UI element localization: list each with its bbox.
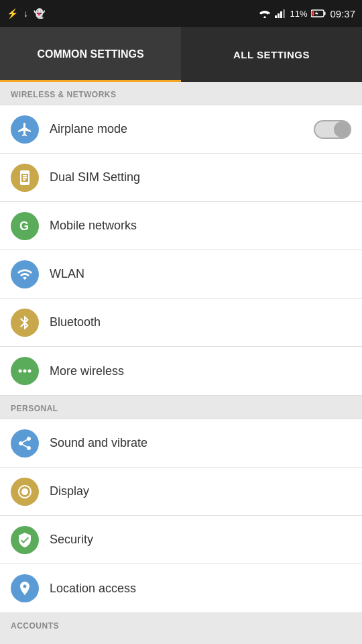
sound-vibrate-icon: [11, 429, 39, 458]
time-display: 09:37: [330, 8, 355, 19]
display-label: Display: [50, 484, 351, 498]
signal-icon: [275, 9, 286, 18]
security-item[interactable]: Security: [0, 516, 362, 564]
bluetooth-item[interactable]: Bluetooth: [0, 299, 362, 347]
status-right-icons: 11% 09:37: [259, 8, 355, 19]
status-left-icons: ⚡ ↓ 👻: [7, 8, 45, 19]
svg-rect-3: [280, 11, 282, 18]
svg-point-0: [264, 17, 266, 19]
svg-point-12: [19, 370, 22, 373]
personal-settings-list: Sound and vibrate Display Security Locat…: [0, 419, 362, 613]
usb-icon: ⚡: [7, 8, 18, 19]
sound-vibrate-item[interactable]: Sound and vibrate: [0, 419, 362, 468]
location-access-icon: [11, 574, 39, 602]
section-accounts: ACCOUNTS: [0, 613, 362, 636]
svg-rect-8: [23, 175, 27, 176]
airplane-mode-icon: [11, 115, 39, 144]
svg-point-13: [23, 370, 27, 373]
svg-point-14: [28, 370, 32, 373]
security-icon: [11, 526, 39, 554]
section-wireless: WIRELESS & NETWORKS: [0, 82, 362, 105]
wifi-icon: [259, 9, 271, 18]
more-wireless-icon: [11, 357, 39, 385]
svg-rect-4: [283, 9, 285, 18]
battery-percentage: 11%: [290, 9, 307, 19]
location-access-label: Location access: [50, 582, 351, 596]
dual-sim-icon: [11, 164, 39, 192]
more-wireless-label: More wireless: [50, 364, 351, 378]
mobile-networks-icon: G: [11, 212, 39, 240]
ghost-icon: 👻: [34, 8, 45, 19]
wlan-item[interactable]: WLAN: [0, 250, 362, 299]
svg-point-15: [23, 490, 27, 494]
more-wireless-item[interactable]: More wireless: [0, 347, 362, 395]
display-item[interactable]: Display: [0, 468, 362, 516]
sound-vibrate-label: Sound and vibrate: [50, 436, 351, 450]
svg-rect-9: [23, 177, 27, 178]
dual-sim-item[interactable]: Dual SIM Setting: [0, 154, 362, 202]
status-bar: ⚡ ↓ 👻 11% 09:37: [0, 0, 362, 27]
section-personal: PERSONAL: [0, 396, 362, 419]
tab-all-settings[interactable]: ALL SETTINGS: [181, 27, 362, 82]
svg-text:G: G: [19, 219, 29, 233]
svg-rect-7: [312, 11, 314, 16]
mobile-networks-item[interactable]: G Mobile networks: [0, 202, 362, 250]
header-tabs: COMMON SETTINGS ALL SETTINGS: [0, 27, 362, 82]
battery-icon: [311, 9, 326, 17]
airplane-mode-toggle-knob: [334, 121, 350, 138]
svg-rect-6: [324, 12, 326, 15]
tab-common-settings[interactable]: COMMON SETTINGS: [0, 27, 181, 82]
location-access-item[interactable]: Location access: [0, 564, 362, 612]
bluetooth-icon: [11, 309, 39, 337]
wireless-settings-list: Airplane mode Dual SIM Setting G Mobile …: [0, 105, 362, 396]
wlan-label: WLAN: [50, 267, 351, 281]
airplane-mode-toggle[interactable]: [314, 120, 351, 139]
svg-rect-10: [23, 179, 25, 180]
svg-rect-2: [278, 13, 280, 18]
svg-rect-1: [275, 15, 277, 18]
airplane-mode-item[interactable]: Airplane mode: [0, 105, 362, 154]
dual-sim-label: Dual SIM Setting: [50, 170, 351, 184]
security-label: Security: [50, 533, 351, 547]
bluetooth-label: Bluetooth: [50, 315, 351, 329]
wlan-icon: [11, 260, 39, 288]
display-icon: [11, 478, 39, 506]
download-icon: ↓: [23, 8, 28, 19]
mobile-networks-label: Mobile networks: [50, 219, 351, 233]
airplane-mode-label: Airplane mode: [50, 122, 314, 136]
